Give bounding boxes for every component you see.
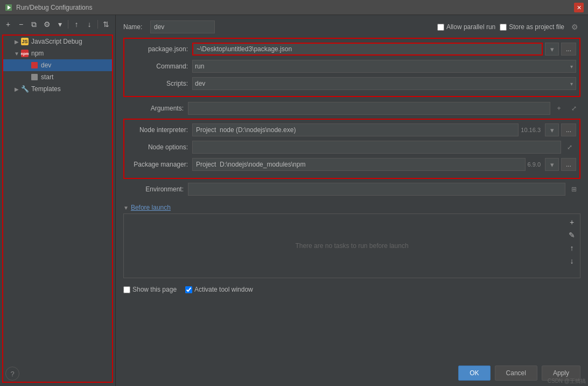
tree-label-templates: Templates [31,85,61,93]
environment-label: Environment: [123,185,188,193]
node-interpreter-browse-btn[interactable]: ... [561,123,576,136]
show-page-checkbox[interactable] [123,286,130,293]
npm-icon: npm [20,49,29,58]
node-version-label: 10.16.3 [521,127,541,133]
start-run-icon [30,73,39,81]
before-launch-edit-btn[interactable]: ✎ [566,229,578,241]
name-input[interactable] [150,20,215,33]
arguments-row: Arguments: + ⤢ [123,101,580,115]
scripts-select[interactable]: dev start build [192,77,576,90]
store-as-project-label[interactable]: Store as project file [500,23,564,31]
store-as-project-checkbox[interactable] [500,24,507,31]
arguments-fullscreen-btn[interactable]: ⤢ [568,102,580,115]
title-bar: Run/Debug Configurations ✕ [0,0,588,15]
ok-button[interactable]: OK [458,366,490,381]
allow-parallel-checkbox[interactable] [437,24,444,31]
move-down-button[interactable]: ↓ [83,18,95,30]
environment-field: ⊞ [188,183,580,196]
activate-tool-checkbox[interactable] [185,286,192,293]
tree-item-start[interactable]: start [3,71,112,83]
top-highlighted-section: package.json: ▾ ... Command: [123,38,580,97]
environment-expand-btn[interactable]: ⊞ [568,183,580,196]
activate-tool-label[interactable]: Activate tool window [185,286,253,293]
toolbar-separator [68,20,68,29]
package-manager-dropdown: ▾ [545,158,559,171]
title-bar-icon [4,3,13,12]
before-launch-header[interactable]: ▼ Before launch [123,204,580,211]
environment-input[interactable] [188,183,565,196]
show-page-label[interactable]: Show this page [123,286,177,293]
command-field: run install test build ▾ [192,60,576,73]
arguments-label: Arguments: [123,105,188,112]
package-json-arrow-btn[interactable]: ▾ [545,43,559,56]
arguments-field: + ⤢ [188,102,580,115]
package-json-field: ▾ ... [192,43,576,56]
before-launch-add-btn[interactable]: + [566,216,578,228]
tree-toolbar: + − ⧉ ⚙ ▾ ↑ ↓ ⇅ [0,17,115,31]
before-launch-area: There are no tasks to run before launch … [123,213,580,278]
allow-parallel-label[interactable]: Allow parallel run [437,23,495,31]
bottom-checkbox-row: Show this page Activate tool window [123,286,580,293]
left-panel: + − ⧉ ⚙ ▾ ↑ ↓ ⇅ ▶ JS JavaScript Debug [0,15,116,386]
tree-item-js-debug[interactable]: ▶ JS JavaScript Debug [3,36,112,47]
before-launch-label: Before launch [131,204,171,211]
package-json-input[interactable] [192,43,543,56]
node-interpreter-arrow-btn[interactable]: ▾ [545,123,559,136]
cancel-button[interactable]: Cancel [495,366,537,381]
node-options-row: Node options: ⤢ [128,140,576,154]
command-row: Command: run install test build ▾ [128,59,576,73]
no-tasks-text: There are no tasks to run before launch [295,242,408,250]
arguments-expand-btn[interactable]: + [552,102,565,115]
templates-wrench-icon: 🔧 [20,85,29,93]
right-panel: Name: Allow parallel run Store as projec… [116,15,588,386]
gear-button[interactable]: ⚙ [569,21,580,33]
node-options-input[interactable] [192,141,561,154]
tree-label-npm: npm [31,50,44,57]
package-json-dropdown[interactable]: ▾ [545,43,559,56]
tree-label-start: start [41,73,53,81]
scripts-select-wrapper: dev start build ▾ [192,77,576,90]
toolbar-separator-2 [97,20,98,29]
move-up-button[interactable]: ↑ [71,18,82,30]
tree-item-npm[interactable]: ▼ npm npm [3,47,112,59]
dialog-wrapper: Run/Debug Configurations ✕ + − ⧉ ⚙ ▾ ↑ ↓… [0,0,588,386]
settings-config-button[interactable]: ⚙ [41,18,53,30]
package-json-row: package.json: ▾ ... [128,42,576,56]
node-options-expand-btn[interactable]: ⤢ [563,141,576,154]
scripts-field: dev start build ▾ [192,77,576,90]
help-button[interactable]: ? [5,367,19,381]
close-button[interactable]: ✕ [574,3,584,12]
tree-label-dev: dev [41,61,51,69]
name-options: Allow parallel run Store as project file… [437,21,580,33]
package-manager-input[interactable] [192,158,526,171]
package-json-label: package.json: [128,45,192,53]
package-json-browse-btn[interactable]: ... [561,43,576,56]
expand-arrow-templates: ▶ [13,85,20,93]
add-config-button[interactable]: + [2,18,14,30]
before-launch-down-btn[interactable]: ↓ [566,255,578,267]
copy-config-button[interactable]: ⧉ [28,18,40,30]
js-debug-icon: JS [20,37,29,46]
package-manager-browse-btn[interactable]: ... [561,158,576,171]
package-manager-label: Package manager: [128,161,192,168]
name-row: Name: Allow parallel run Store as projec… [123,20,580,33]
tree-item-dev[interactable]: dev [3,59,112,71]
title-bar-text: Run/Debug Configurations [16,4,584,11]
arguments-input[interactable] [188,102,550,115]
remove-config-button[interactable]: − [15,18,27,30]
expand-arrow-dev [23,61,30,69]
dev-run-icon [30,61,39,70]
scripts-label: Scripts: [128,80,192,87]
package-manager-arrow-btn[interactable]: ▾ [545,158,559,171]
before-launch-arrow: ▼ [123,205,129,211]
node-interpreter-row: Node interpreter: 10.16.3 ▾ ... [128,123,576,137]
before-launch-up-btn[interactable]: ↑ [566,242,578,254]
node-interpreter-input[interactable] [192,123,519,136]
sort-button[interactable]: ⇅ [100,18,112,30]
package-manager-version: 6.9.0 [528,161,541,168]
tree-item-templates[interactable]: ▶ 🔧 Templates [3,83,112,95]
command-select[interactable]: run install test build [192,60,576,73]
arrow-config-button[interactable]: ▾ [54,18,66,30]
scripts-row: Scripts: dev start build ▾ [128,77,576,91]
bottom-highlighted-section: Node interpreter: 10.16.3 ▾ ... Node op [123,119,580,179]
